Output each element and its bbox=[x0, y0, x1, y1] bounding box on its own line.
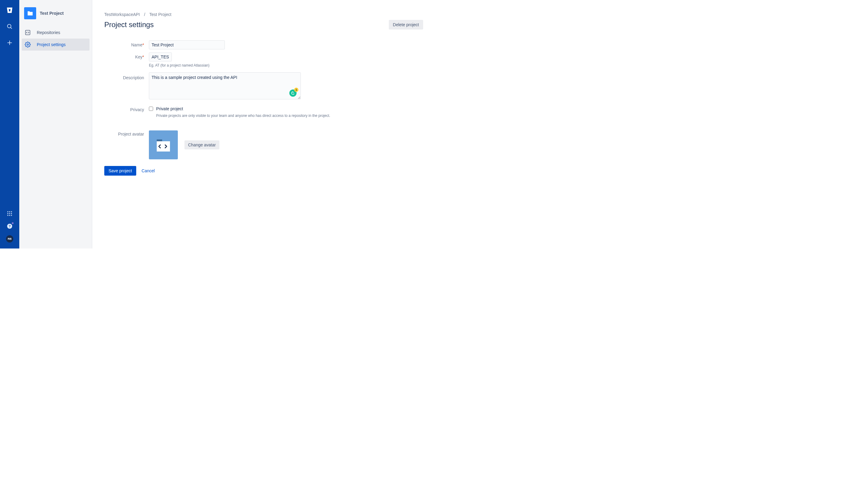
grammarly-icon[interactable]: 1 bbox=[289, 89, 297, 97]
project-sidebar: Test Project Repositories Project settin… bbox=[19, 0, 92, 248]
delete-project-button[interactable]: Delete project bbox=[389, 20, 423, 29]
sidebar-item-repositories[interactable]: Repositories bbox=[22, 27, 89, 39]
avatar-label: Project avatar bbox=[104, 130, 149, 159]
description-label: Description bbox=[104, 72, 149, 100]
app-switcher-icon[interactable] bbox=[6, 210, 13, 217]
privacy-label: Privacy bbox=[104, 105, 149, 118]
svg-rect-6 bbox=[11, 211, 12, 212]
svg-rect-8 bbox=[9, 213, 10, 214]
global-nav-rail: ? RB bbox=[0, 0, 19, 248]
search-icon[interactable] bbox=[6, 23, 13, 30]
help-icon[interactable]: ? bbox=[6, 223, 13, 230]
project-avatar-small-icon bbox=[24, 7, 36, 19]
breadcrumb-separator: / bbox=[144, 12, 145, 17]
privacy-help-text: Private projects are only visible to you… bbox=[156, 114, 423, 118]
sidebar-header: Test Project bbox=[22, 7, 89, 27]
key-help-text: Eg. AT (for a project named Atlassian) bbox=[149, 63, 423, 68]
description-field[interactable] bbox=[149, 72, 301, 99]
sidebar-project-name: Test Project bbox=[40, 11, 64, 16]
grammarly-badge: 1 bbox=[294, 88, 298, 92]
repositories-icon bbox=[25, 29, 31, 36]
cancel-link[interactable]: Cancel bbox=[142, 168, 155, 173]
key-field[interactable] bbox=[149, 53, 172, 61]
sidebar-item-project-settings[interactable]: Project settings bbox=[22, 39, 89, 51]
key-label: Key* bbox=[104, 53, 149, 68]
project-avatar-large-icon bbox=[149, 130, 178, 159]
svg-rect-9 bbox=[11, 213, 12, 214]
bitbucket-logo-icon[interactable] bbox=[6, 6, 13, 14]
user-avatar[interactable]: RB bbox=[6, 235, 13, 242]
sidebar-item-label: Project settings bbox=[37, 42, 66, 47]
breadcrumb-project[interactable]: Test Project bbox=[149, 12, 171, 17]
svg-rect-15 bbox=[26, 30, 30, 35]
create-icon[interactable] bbox=[6, 39, 13, 46]
settings-icon bbox=[25, 42, 31, 47]
svg-rect-4 bbox=[8, 211, 9, 212]
name-field[interactable] bbox=[149, 40, 225, 49]
svg-line-1 bbox=[11, 27, 12, 29]
name-label: Name* bbox=[104, 40, 149, 49]
private-project-checkbox[interactable] bbox=[149, 106, 153, 111]
page-title: Project settings bbox=[104, 20, 154, 29]
breadcrumb-workspace[interactable]: TestWorkspaceAPI bbox=[104, 12, 140, 17]
private-project-checkbox-label[interactable]: Private project bbox=[156, 106, 183, 111]
breadcrumb: TestWorkspaceAPI / Test Project bbox=[104, 12, 423, 17]
sidebar-item-label: Repositories bbox=[37, 30, 60, 35]
svg-rect-7 bbox=[8, 213, 9, 214]
help-notification-dot bbox=[12, 222, 14, 224]
svg-rect-12 bbox=[11, 215, 12, 216]
change-avatar-button[interactable]: Change avatar bbox=[184, 140, 220, 150]
svg-text:?: ? bbox=[9, 224, 11, 228]
svg-point-0 bbox=[8, 24, 11, 28]
main-content: TestWorkspaceAPI / Test Project Project … bbox=[92, 0, 434, 248]
save-project-button[interactable]: Save project bbox=[104, 166, 136, 175]
project-settings-form: Name* Key* Eg. AT (for a project named A… bbox=[104, 40, 423, 175]
svg-rect-5 bbox=[9, 211, 10, 212]
svg-rect-10 bbox=[8, 215, 9, 216]
svg-rect-11 bbox=[9, 215, 10, 216]
svg-point-16 bbox=[27, 44, 29, 45]
